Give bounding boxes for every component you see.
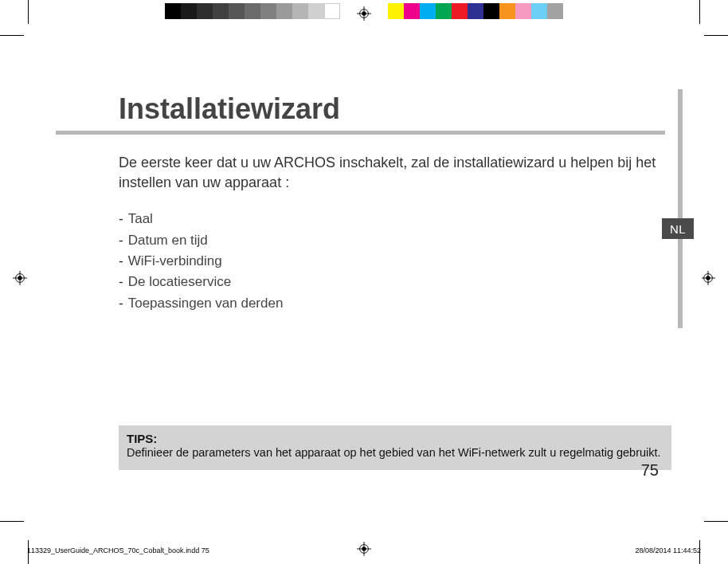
- list-item: Taal: [119, 209, 660, 229]
- intro-paragraph: De eerste keer dat u uw ARCHOS inschakel…: [119, 153, 660, 193]
- list-item: Datum en tijd: [119, 230, 660, 251]
- footer-left: 113329_UserGuide_ARCHOS_70c_Cobalt_book.…: [27, 546, 209, 554]
- tips-text: Definieer de parameters van het apparaat…: [127, 445, 663, 460]
- list-item: WiFi-verbinding: [119, 251, 660, 272]
- registration-mark-icon: [13, 271, 27, 285]
- setup-items-list: Taal Datum en tijd WiFi-verbinding De lo…: [119, 209, 660, 314]
- page-content: NL Installatiewizard De eerste keer dat …: [28, 35, 702, 518]
- list-item: De locatieservice: [119, 272, 660, 292]
- print-footer: 113329_UserGuide_ARCHOS_70c_Cobalt_book.…: [27, 546, 701, 554]
- language-tab: NL: [662, 218, 694, 239]
- side-trim-bar: [678, 89, 683, 328]
- page-number: 75: [641, 461, 659, 480]
- title-underline: [56, 131, 665, 135]
- tips-label: TIPS:: [127, 432, 663, 445]
- registration-mark-icon: [357, 6, 371, 21]
- footer-right: 28/08/2014 11:44:52: [635, 546, 701, 554]
- list-item: Toepassingen van derden: [119, 293, 660, 314]
- registration-mark-icon: [701, 271, 715, 285]
- tips-box: TIPS: Definieer de parameters van het ap…: [119, 425, 671, 470]
- page-title: Installatiewizard: [119, 92, 660, 126]
